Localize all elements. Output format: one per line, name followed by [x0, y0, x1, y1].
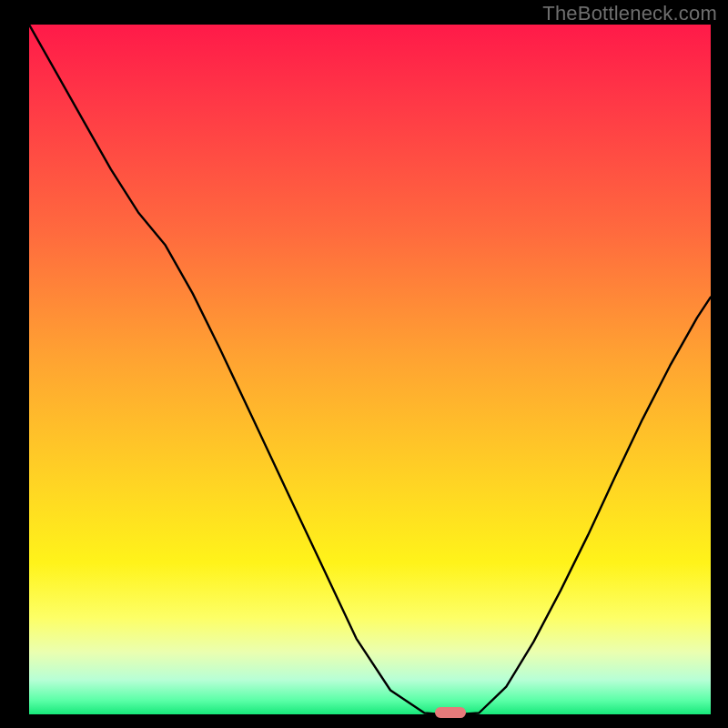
- optimum-marker: [435, 707, 466, 719]
- chart-container: TheBottleneck.com: [0, 0, 728, 728]
- plot-area: [29, 25, 711, 714]
- watermark-text: TheBottleneck.com: [542, 2, 717, 25]
- gradient-background: [29, 25, 711, 714]
